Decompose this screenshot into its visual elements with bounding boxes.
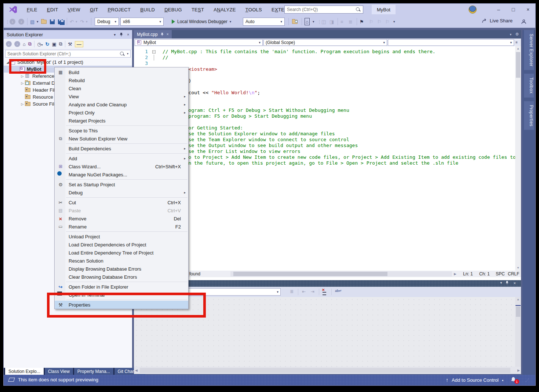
context-menu-item-remove[interactable]: ×RemoveDel (55, 215, 188, 223)
find-message-icon[interactable]: ≣ (290, 289, 294, 294)
increase-indent-icon[interactable]: ≣ (349, 18, 353, 25)
scroll-up-icon[interactable]: ▲ (515, 46, 521, 51)
bookmark-overflow-icon[interactable]: ▾ (393, 18, 395, 25)
decrease-indent-icon[interactable]: ≡ (340, 18, 343, 25)
notifications-button[interactable]: 1 (510, 377, 517, 383)
context-menu-item-new-solution-explorer-view[interactable]: ⧉New Solution Explorer View (55, 135, 188, 143)
output-hscroll-right-icon[interactable]: ▶ (517, 369, 520, 372)
menu-tools[interactable]: TOOLS (241, 7, 267, 12)
se-back-icon[interactable]: ‹ (6, 41, 12, 47)
context-menu-item-rescan-solution[interactable]: Rescan Solution (55, 257, 188, 265)
se-home-icon[interactable]: ⌂ (23, 41, 26, 47)
toggle-word-wrap-icon[interactable]: ab↵ (335, 289, 342, 293)
menu-debug[interactable]: DEBUG (160, 7, 187, 12)
close-button[interactable]: × (521, 4, 535, 15)
split-editor-icon[interactable]: ≡ (516, 40, 518, 44)
context-menu-item-view[interactable]: View▸ (55, 92, 188, 100)
output-close-icon[interactable]: × (514, 281, 516, 285)
menu-analyze[interactable]: ANALYZE (209, 7, 240, 12)
context-menu-item-debug[interactable]: Debug▸ (55, 188, 188, 197)
menu-git[interactable]: GIT (85, 7, 103, 12)
home-icon[interactable]: ⌂ (305, 18, 310, 25)
context-menu-item-rename[interactable]: ▭RenameF2 (55, 223, 188, 231)
right-tab-toolbox[interactable]: Toolbox (524, 74, 534, 97)
output-hscroll-left-icon[interactable]: ◀ (135, 369, 138, 372)
clear-bookmarks-icon[interactable]: ⚐ (385, 18, 390, 25)
context-menu-item-retarget-projects[interactable]: Retarget Projects (55, 117, 188, 125)
navigate-back-icon[interactable]: ‹ (10, 18, 15, 25)
context-menu-item-build[interactable]: ▦Build (55, 68, 188, 76)
new-project-icon[interactable]: ▧ (30, 18, 34, 25)
source-control-dropdown-icon[interactable]: ▴ (502, 378, 503, 382)
document-tab-mybot-cpp[interactable]: MyBot.cpp × (134, 30, 172, 39)
menu-build[interactable]: BUILD (135, 7, 160, 12)
find-in-files-icon[interactable] (292, 18, 298, 25)
editor-vertical-scrollbar[interactable]: ▲ ▼ (515, 46, 521, 271)
bottom-tab-property-mana[interactable]: Property Mana... (74, 368, 113, 375)
type-scope-dropdown[interactable]: (Global Scope)▾ (263, 39, 387, 46)
feedback-icon[interactable] (521, 18, 527, 25)
context-menu-item-class-wizard[interactable]: ⊞Class Wizard...Ctrl+Shift+X (55, 162, 188, 171)
toggle-bookmark-icon[interactable]: ⚑ (360, 18, 364, 25)
output-horizontal-scrollbar[interactable]: ◀ ▶ (134, 367, 521, 374)
expander-icon[interactable]: ▷ (20, 102, 25, 106)
context-menu-item-load-direct-dependencies-of-project[interactable]: Load Direct Dependencies of Project (55, 241, 188, 249)
next-bookmark-icon[interactable]: ⚐ (377, 18, 382, 25)
user-avatar[interactable] (469, 6, 477, 14)
redo-dropdown-icon[interactable]: ▾ (86, 18, 88, 25)
menu-project[interactable]: PROJECT (103, 7, 136, 12)
hscroll-right-icon[interactable]: ▶ (454, 272, 456, 276)
toolbar-overflow-icon[interactable]: ▾ (313, 18, 314, 25)
menu-test[interactable]: TEST (187, 7, 209, 12)
line-indicator[interactable]: Ln: 1 (463, 271, 473, 276)
se-search-icon[interactable] (120, 51, 125, 56)
save-icon[interactable] (50, 18, 55, 25)
bottom-tab-class-view[interactable]: Class View (45, 368, 73, 375)
clear-all-output-icon[interactable] (322, 289, 327, 294)
search-icon[interactable] (356, 7, 361, 12)
context-menu-item-load-entire-dependency-tree-of-project[interactable]: Load Entire Dependency Tree of Project (55, 249, 188, 257)
save-all-icon[interactable] (58, 18, 65, 25)
context-menu-item-manage-nuget-packages[interactable]: Manage NuGet Packages... (55, 171, 188, 179)
output-window-position-icon[interactable]: ▾ (500, 281, 502, 285)
se-search-input[interactable] (6, 51, 120, 56)
context-menu-item-rebuild[interactable]: Rebuild (55, 76, 188, 84)
se-search-dropdown-icon[interactable]: ▾ (127, 52, 128, 55)
next-message-icon[interactable]: ⇥ (311, 289, 314, 294)
column-indicator[interactable]: Ch: 1 (479, 271, 490, 276)
context-menu-item-scope-to-this[interactable]: Scope to This (55, 127, 188, 135)
solution-explorer-title-bar[interactable]: Solution Explorer ▾ × (4, 30, 132, 39)
code-editor-surface[interactable]: 1–// MyBot.cpp : This file contains the … (134, 46, 515, 271)
context-menu-item-display-browsing-database-errors[interactable]: Display Browsing Database Errors (55, 265, 188, 273)
bottom-tab-solution-explo[interactable]: Solution Explo... (5, 368, 44, 375)
undo-icon[interactable]: ↶ (70, 18, 74, 25)
pin-icon[interactable] (119, 33, 123, 37)
se-search-box[interactable]: ▾ (5, 50, 131, 58)
insert-mode-indicator[interactable]: SPC (496, 271, 505, 276)
context-menu-item-set-as-startup-project[interactable]: ⚙Set as Startup Project (55, 180, 188, 188)
context-menu-item-clean[interactable]: Clean (55, 84, 188, 92)
live-share-button[interactable]: Live Share (482, 18, 513, 23)
output-pin-icon[interactable] (505, 281, 509, 285)
context-menu-item-project-only[interactable]: Project Only▸ (55, 109, 188, 117)
window-position-icon[interactable]: ▾ (114, 33, 116, 37)
member-scope-dropdown[interactable]: ▾ (388, 39, 514, 46)
redo-icon[interactable]: ↷ (80, 18, 84, 25)
solution-platform-dropdown[interactable]: x86▾ (120, 18, 164, 26)
editor-horizontal-scrollbar[interactable] (230, 271, 452, 276)
context-menu-item-build-dependencies[interactable]: Build Dependencies▸ (55, 144, 188, 153)
previous-message-icon[interactable]: ⇤ (302, 289, 306, 294)
se-switch-views-icon[interactable]: ⧉ (28, 41, 32, 47)
right-tab-properties[interactable]: Properties (524, 101, 534, 130)
close-panel-icon[interactable]: × (127, 33, 129, 37)
context-menu-item-clear-browsing-database-errors[interactable]: Clear Browsing Database Errors (55, 273, 188, 281)
minimize-button[interactable]: – (491, 4, 506, 15)
right-tab-server-explorer[interactable]: Server Explorer (524, 30, 534, 70)
expander-icon[interactable]: ▷ (20, 74, 25, 78)
context-menu-item-unload-project[interactable]: Unload Project (55, 232, 188, 241)
navigate-backward-doc-icon[interactable]: ◫ (321, 18, 326, 25)
resize-grip[interactable]: ⋰ (525, 378, 529, 382)
search-input[interactable] (285, 7, 356, 12)
se-pending-changes-filter-icon[interactable]: ◷▾ (37, 41, 43, 47)
line-ending-indicator[interactable]: CRLF (508, 271, 519, 276)
